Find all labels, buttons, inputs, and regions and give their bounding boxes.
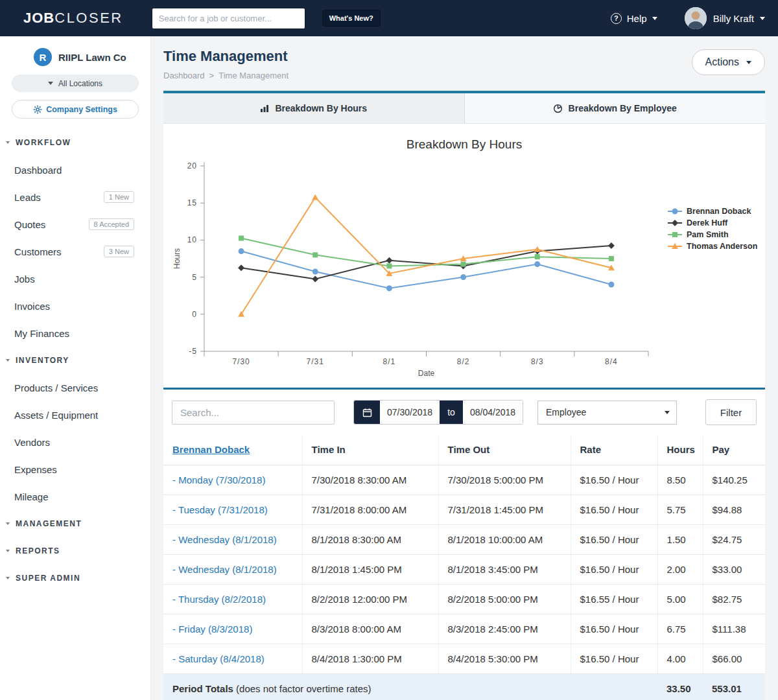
cell-time-out: 7/30/2018 5:00:00 PM [438,465,571,495]
cell-rate: $16.50 / Hour [571,495,657,524]
sidebar-item-expenses[interactable]: Expenses [0,456,150,483]
breadcrumb-dashboard[interactable]: Dashboard [163,71,205,80]
topbar-right: ? Help Billy Kraft [611,7,765,29]
employee-select-value: Employee [546,407,586,417]
company-name: RIIPL Lawn Co [58,52,126,63]
item-label: Jobs [14,274,35,285]
cell-pay: $111.38 [703,614,765,644]
date-from-input[interactable] [380,401,440,424]
time-management-card: Breakdown By Hours Breakdown By Employee… [163,91,765,700]
cell-time-out: 8/3/2018 2:45:00 PM [438,614,571,644]
breadcrumb: Dashboard>Time Management [163,71,289,80]
tab-breakdown-by-hours[interactable]: Breakdown By Hours [163,93,464,123]
sidebar-item-products-services[interactable]: Products / Services [0,374,150,401]
cell-time-out: 8/4/2018 5:30:00 PM [438,644,571,673]
topbar: JOBCLOSER What's New? ? Help Billy Kraft [0,0,778,36]
svg-text:Date: Date [418,369,435,378]
day-link[interactable]: - Saturday (8/4/2018) [172,653,265,664]
cell-time-in: 8/1/2018 1:45:00 PM [302,554,438,584]
calendar-button[interactable] [354,401,380,424]
day-link[interactable]: - Wednesday (8/1/2018) [172,564,277,575]
svg-text:10: 10 [187,235,197,244]
help-menu[interactable]: ? Help [611,13,657,24]
cell-rate: $16.50 / Hour [571,524,657,554]
sidebar-item-jobs[interactable]: Jobs [0,265,150,292]
table-row: - Friday (8/3/2018) 8/3/2018 8:00:00 AM … [163,614,765,644]
cell-time-in: 8/1/2018 8:30:00 AM [302,524,438,554]
filter-button[interactable]: Filter [705,399,757,425]
day-link[interactable]: - Monday (7/30/2018) [172,474,265,485]
sidebar-item-leads[interactable]: Leads1 New [0,183,150,211]
cell-time-out: 8/2/2018 5:00:00 PM [438,584,571,614]
table-row: - Thursday (8/2/2018) 8/2/2018 12:00:00 … [163,584,765,614]
day-link[interactable]: - Thursday (8/2/2018) [172,594,266,605]
date-to-label: to [440,401,463,424]
item-label: Expenses [14,464,57,475]
item-label: Products / Services [14,382,98,393]
customers-badge: 3 New [104,246,134,257]
section-workflow[interactable]: WORKFLOW [0,129,150,156]
cell-hours: 5.00 [657,584,703,614]
header-time-out: Time Out [438,435,571,465]
cell-hours: 6.75 [657,614,703,644]
svg-text:Hours: Hours [172,248,182,269]
whats-new-button[interactable]: What's New? [322,10,381,27]
date-range-picker: to [353,400,523,425]
locations-dropdown[interactable]: All Locations [12,75,139,92]
cell-hours: 8.50 [657,465,703,495]
date-to-input[interactable] [463,401,523,424]
calendar-icon [362,408,372,417]
chevron-down-icon [665,411,670,414]
cell-time-in: 8/2/2018 12:00:00 PM [302,584,438,614]
avatar[interactable] [685,7,707,29]
cell-pay: $94.88 [703,495,765,524]
sidebar-nav: WORKFLOW Dashboard Leads1 New Quotes8 Ac… [0,129,150,592]
tab-breakdown-by-employee[interactable]: Breakdown By Employee [464,93,766,123]
section-management[interactable]: MANAGEMENT [0,510,150,537]
filter-bar: to Employee Filter [163,390,765,435]
svg-text:Breakdown By Hours: Breakdown By Hours [407,137,522,151]
svg-text:-5: -5 [189,347,197,356]
sidebar-item-assets-equipment[interactable]: Assets / Equipment [0,401,150,428]
cell-time-in: 8/4/2018 1:30:00 PM [302,644,438,673]
item-label: Invoices [14,301,50,312]
header-pay: Pay [703,435,765,465]
tab-label: Breakdown By Hours [275,103,367,113]
sidebar-item-mileage[interactable]: Mileage [0,483,150,510]
chevron-down-icon [652,17,657,20]
chevron-down-icon [48,82,53,85]
sidebar-item-quotes[interactable]: Quotes8 Accepted [0,211,150,238]
user-name: Billy Kraft [713,13,754,24]
app-logo[interactable]: JOBCLOSER [23,10,123,27]
cell-time-in: 7/31/2018 8:00:00 AM [302,495,438,524]
sidebar-item-customers[interactable]: Customers3 New [0,238,150,265]
sidebar-item-my-finances[interactable]: My Finances [0,320,150,347]
totals-pay: 553.01 [703,673,765,700]
day-link[interactable]: - Friday (8/3/2018) [172,624,252,635]
employee-link[interactable]: Brennan Doback [172,444,250,455]
item-label: Customers [14,246,62,257]
svg-text:8/2: 8/2 [457,357,470,366]
company-row[interactable]: R RIIPL Lawn Co [0,36,150,66]
day-link[interactable]: - Tuesday (7/31/2018) [172,504,268,515]
global-search-input[interactable] [152,8,305,29]
table-row: - Tuesday (7/31/2018) 7/31/2018 8:00:00 … [163,495,765,524]
cell-pay: $140.25 [703,465,765,495]
user-menu[interactable]: Billy Kraft [713,13,765,24]
pie-chart-icon [553,104,563,113]
section-reports[interactable]: REPORTS [0,537,150,565]
item-label: Vendors [14,437,50,448]
day-link[interactable]: - Wednesday (8/1/2018) [172,534,277,545]
company-settings-button[interactable]: Company Settings [12,100,139,119]
sidebar-item-dashboard[interactable]: Dashboard [0,156,150,183]
svg-text:7/30: 7/30 [232,357,250,366]
svg-text:Thomas Anderson: Thomas Anderson [687,242,757,251]
section-inventory[interactable]: INVENTORY [0,347,150,374]
table-search-input[interactable] [172,401,335,425]
item-label: Dashboard [14,165,62,176]
actions-button[interactable]: Actions [692,49,765,75]
sidebar-item-invoices[interactable]: Invoices [0,292,150,320]
employee-select[interactable]: Employee [537,401,677,425]
section-super-admin[interactable]: SUPER ADMIN [0,565,150,592]
sidebar-item-vendors[interactable]: Vendors [0,428,150,456]
